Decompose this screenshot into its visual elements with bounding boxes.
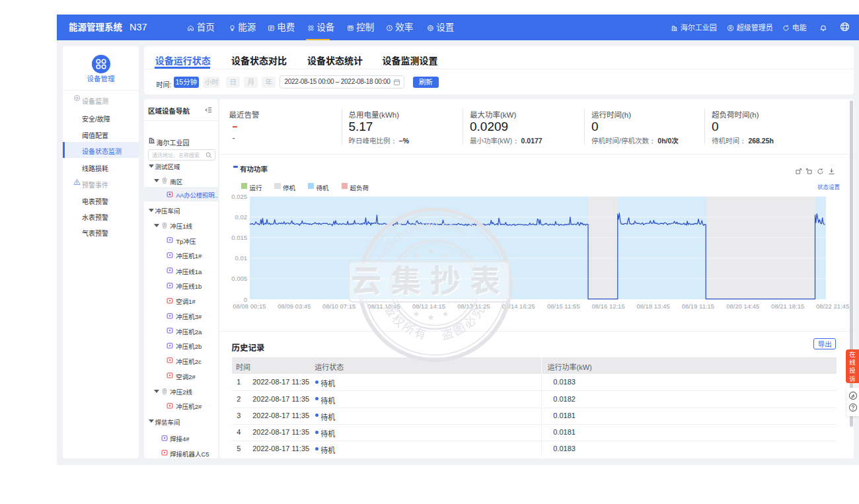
svg-text:云集抄表: 云集抄表 [351, 264, 509, 298]
svg-text:★: ★ [427, 246, 435, 256]
svg-text:★: ★ [413, 252, 420, 260]
svg-text:★: ★ [442, 310, 449, 318]
svg-text:★: ★ [442, 252, 449, 260]
svg-text:★: ★ [427, 312, 435, 322]
svg-text:★: ★ [413, 310, 420, 318]
